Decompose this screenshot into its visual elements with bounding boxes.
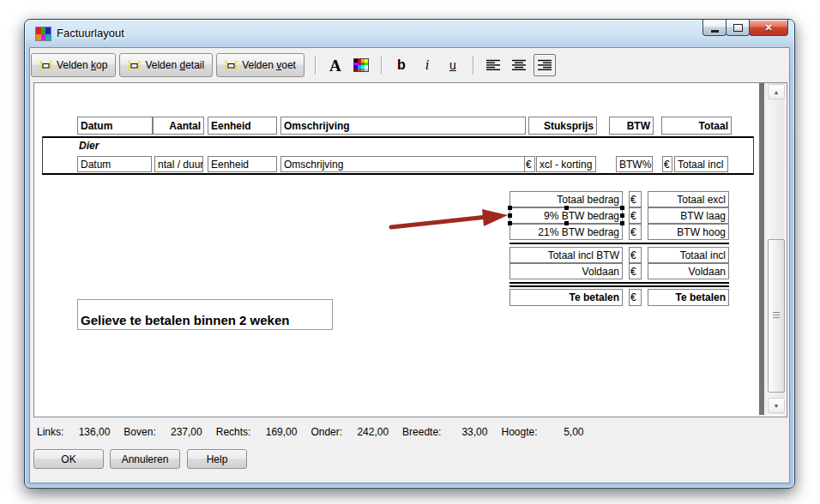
field-detail-euro[interactable]: € — [662, 156, 672, 172]
align-left-button[interactable] — [482, 54, 504, 76]
help-button[interactable]: Help — [187, 449, 247, 469]
ok-button[interactable]: OK — [33, 449, 104, 469]
field-euro[interactable]: € — [629, 263, 642, 279]
velden-voet-button[interactable]: Velden voet — [216, 53, 304, 77]
selection-handle[interactable] — [564, 221, 569, 225]
field-totaal-excl[interactable]: Totaal excl — [648, 191, 729, 207]
field-detail-eenheid[interactable]: Eenheid — [208, 156, 277, 172]
field-euro[interactable]: € — [629, 247, 642, 263]
field-euro[interactable]: € — [629, 207, 642, 224]
palette-icon — [353, 58, 369, 72]
flash-icon — [39, 60, 52, 70]
status-rechts-value: 169,00 — [257, 426, 297, 438]
field-btw-hoog[interactable]: BTW hoog — [648, 224, 729, 240]
underline-button[interactable]: u — [442, 54, 464, 76]
bold-button[interactable]: b — [390, 54, 413, 76]
minimize-icon — [711, 30, 719, 33]
field-detail-prijs[interactable]: xcl - korting — [536, 156, 596, 172]
vertical-scrollbar[interactable]: ▲ ▼ — [765, 83, 785, 415]
field-detail-totaal[interactable]: Totaal incl — [674, 156, 728, 172]
field-detail-btw[interactable]: BTW% — [616, 156, 653, 172]
align-right-icon — [537, 59, 552, 72]
status-onder-value: 242,00 — [349, 426, 389, 438]
double-line — [509, 282, 729, 284]
status-breedte-value: 33,00 — [448, 426, 487, 438]
cancel-button[interactable]: Annuleren — [110, 449, 180, 469]
field-header-btw[interactable]: BTW — [609, 117, 654, 135]
field-totaal-incl[interactable]: Totaal incl — [648, 247, 729, 263]
scrollbar-grip-icon — [773, 312, 780, 319]
close-button[interactable]: ✕ — [749, 20, 788, 36]
scrollbar-up-button[interactable]: ▲ — [768, 84, 785, 99]
status-boven-value: 237,00 — [163, 426, 202, 438]
field-detail-aantal[interactable]: ntal / duur — [154, 156, 203, 172]
selection-handle[interactable] — [620, 213, 624, 218]
minimize-button[interactable] — [702, 20, 727, 36]
maximize-icon — [733, 24, 743, 32]
status-onder: Onder:242,00 — [311, 426, 389, 438]
close-icon: ✕ — [764, 23, 772, 33]
toolbar-separator — [315, 56, 316, 75]
toolbar: Velden kop Velden detail Velden voet — [31, 52, 558, 78]
band-separator-line — [42, 173, 753, 175]
field-te-betalen-value[interactable]: Te betalen — [648, 289, 729, 306]
field-footer-text[interactable]: Gelieve te betalen binnen 2 weken — [77, 299, 333, 330]
velden-detail-label: Velden detail — [145, 59, 204, 71]
field-detail-euro[interactable]: € — [524, 156, 535, 172]
band-edge-line — [753, 136, 754, 175]
field-header-datum[interactable]: Datum — [77, 117, 153, 135]
toolbar-separator — [473, 56, 473, 75]
field-euro[interactable]: € — [629, 224, 642, 240]
field-detail-omschrijving[interactable]: Omschrijving — [280, 156, 526, 172]
font-icon: A — [329, 57, 341, 74]
field-totaal-incl-btw[interactable]: Totaal incl BTW — [509, 247, 623, 263]
underline-icon: u — [449, 59, 456, 71]
field-detail-datum[interactable]: Datum — [77, 156, 152, 172]
field-header-stuksprijs[interactable]: Stuksprijs — [528, 117, 597, 135]
status-hoogte-value: 5,00 — [545, 426, 584, 438]
selection-handle[interactable] — [620, 206, 624, 210]
status-links: Links:136,00 — [37, 426, 110, 438]
window-title: Factuurlayout — [57, 27, 124, 39]
maximize-button[interactable] — [726, 20, 750, 36]
velden-detail-button[interactable]: Velden detail — [119, 53, 213, 77]
toolbar-separator — [381, 56, 382, 75]
scroll-down-icon: ▼ — [774, 403, 780, 409]
scroll-up-icon: ▲ — [774, 89, 780, 95]
scrollbar-down-button[interactable]: ▼ — [768, 398, 785, 413]
field-voldaan-value[interactable]: Voldaan — [648, 263, 729, 279]
field-header-aantal[interactable]: Aantal — [153, 117, 204, 135]
field-header-omschrijving[interactable]: Omschrijving — [280, 117, 526, 135]
status-breedte: Breedte:33,00 — [402, 426, 487, 438]
status-links-value: 136,00 — [70, 426, 110, 438]
italic-button[interactable]: i — [416, 54, 438, 76]
layout-page: Datum Aantal Eenheid Omschrijving Stuksp… — [34, 83, 785, 415]
status-rechts: Rechts:169,00 — [216, 426, 298, 438]
align-right-button[interactable] — [534, 54, 556, 76]
bold-icon: b — [397, 58, 406, 72]
align-left-icon — [485, 59, 501, 72]
field-header-eenheid[interactable]: Eenheid — [208, 117, 277, 135]
field-btw-laag[interactable]: BTW laag — [648, 207, 729, 224]
scrollbar-thumb[interactable] — [768, 239, 785, 393]
field-te-betalen[interactable]: Te betalen — [509, 289, 623, 306]
font-button[interactable]: A — [324, 54, 347, 76]
footer-text-label: Gelieve te betalen binnen 2 weken — [81, 313, 289, 327]
layout-canvas[interactable]: Datum Aantal Eenheid Omschrijving Stuksp… — [33, 82, 787, 417]
velden-kop-button[interactable]: Velden kop — [31, 53, 116, 77]
align-center-button[interactable] — [508, 54, 530, 76]
band-separator-line — [42, 136, 753, 138]
field-euro[interactable]: € — [629, 191, 642, 207]
band-label-dier[interactable]: Dier — [79, 140, 99, 152]
titlebar[interactable]: Factuurlayout ✕ — [25, 20, 794, 47]
field-voldaan[interactable]: Voldaan — [509, 263, 623, 279]
color-palette-button[interactable] — [350, 54, 372, 76]
factuurlayout-window: Factuurlayout ✕ Velden kop — [24, 19, 795, 489]
selection-handle[interactable] — [620, 221, 624, 225]
velden-voet-label: Velden voet — [242, 59, 296, 71]
field-header-totaal[interactable]: Totaal — [661, 117, 732, 135]
field-btw21-bedrag[interactable]: 21% BTW bedrag — [509, 224, 623, 240]
selection-handle[interactable] — [564, 206, 569, 210]
field-euro[interactable]: € — [629, 289, 642, 306]
totals-separator-line — [509, 243, 729, 244]
